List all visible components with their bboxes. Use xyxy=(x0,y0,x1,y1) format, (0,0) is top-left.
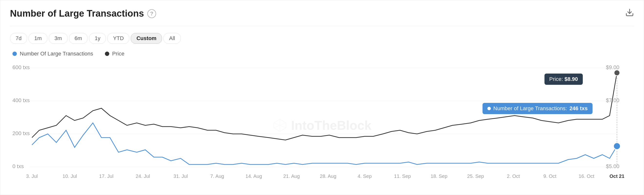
chart-area: 600 txs 400 txs 200 txs 0 txs $9.00 $7.0… xyxy=(10,62,634,189)
chart-legend: Number Of Large Transactions Price xyxy=(10,51,634,57)
svg-text:9. Oct: 9. Oct xyxy=(544,173,557,179)
filter-ytd[interactable]: YTD xyxy=(107,33,129,44)
legend-dot-txs xyxy=(12,52,17,56)
svg-text:4. Sep: 4. Sep xyxy=(358,173,372,179)
txs-line xyxy=(32,123,617,164)
svg-text:$9.00: $9.00 xyxy=(606,64,619,70)
svg-text:7. Aug: 7. Aug xyxy=(210,173,224,179)
txs-end-dot xyxy=(614,143,620,149)
svg-text:14. Aug: 14. Aug xyxy=(246,173,262,179)
svg-text:24. Jul: 24. Jul xyxy=(136,173,150,179)
filter-1m[interactable]: 1m xyxy=(28,33,47,44)
svg-text:21. Aug: 21. Aug xyxy=(283,173,300,179)
svg-text:3. Jul: 3. Jul xyxy=(26,173,38,179)
svg-text:Oct 21: Oct 21 xyxy=(610,173,624,179)
header-divider xyxy=(10,26,634,26)
svg-text:2. Oct: 2. Oct xyxy=(507,173,520,179)
filter-7d[interactable]: 7d xyxy=(10,33,27,44)
tooltip-txs-dot xyxy=(488,107,491,110)
tooltip-txs-value: 246 txs xyxy=(569,105,588,112)
legend-item-price: Price xyxy=(105,51,124,57)
time-filters: 7d 1m 3m 6m 1y YTD Custom All xyxy=(10,33,634,44)
svg-text:18. Sep: 18. Sep xyxy=(430,173,448,179)
svg-text:11. Sep: 11. Sep xyxy=(394,173,411,179)
main-container: Number of Large Transactions ? 7d 1m 3m … xyxy=(0,0,644,195)
svg-text:25. Sep: 25. Sep xyxy=(467,173,484,179)
price-end-dot xyxy=(614,70,620,76)
tooltip-txs-label: Number of Large Transactions: xyxy=(493,105,567,112)
tooltip-price-label: Price: xyxy=(549,76,563,82)
svg-text:28. Aug: 28. Aug xyxy=(320,173,336,179)
tooltip-price: Price: $8.90 xyxy=(544,74,583,85)
svg-text:400 txs: 400 txs xyxy=(12,97,30,103)
svg-text:200 txs: 200 txs xyxy=(12,130,30,136)
chart-svg: 600 txs 400 txs 200 txs 0 txs $9.00 $7.0… xyxy=(10,62,634,189)
filter-custom[interactable]: Custom xyxy=(131,33,162,44)
svg-text:16. Oct: 16. Oct xyxy=(578,173,594,179)
tooltip-price-value: $8.90 xyxy=(564,76,578,82)
tooltip-txs: Number of Large Transactions: 246 txs xyxy=(482,103,592,114)
legend-dot-price xyxy=(105,52,109,56)
filter-6m[interactable]: 6m xyxy=(69,33,88,44)
filter-1y[interactable]: 1y xyxy=(89,33,106,44)
header-left: Number of Large Transactions ? xyxy=(10,8,156,19)
filter-3m[interactable]: 3m xyxy=(49,33,68,44)
download-icon[interactable] xyxy=(625,8,634,19)
svg-text:0 txs: 0 txs xyxy=(12,163,24,169)
legend-label-txs: Number Of Large Transactions xyxy=(20,51,93,57)
svg-text:600 txs: 600 txs xyxy=(12,64,30,70)
legend-label-price: Price xyxy=(112,51,124,57)
svg-text:$5.00: $5.00 xyxy=(606,163,619,169)
svg-text:10. Jul: 10. Jul xyxy=(62,173,77,179)
help-icon[interactable]: ? xyxy=(147,9,156,18)
svg-text:31. Jul: 31. Jul xyxy=(174,173,188,179)
header: Number of Large Transactions ? xyxy=(10,8,634,19)
page-title: Number of Large Transactions xyxy=(10,8,144,19)
legend-item-txs: Number Of Large Transactions xyxy=(12,51,93,57)
svg-text:17. Jul: 17. Jul xyxy=(99,173,114,179)
filter-all[interactable]: All xyxy=(164,33,180,44)
